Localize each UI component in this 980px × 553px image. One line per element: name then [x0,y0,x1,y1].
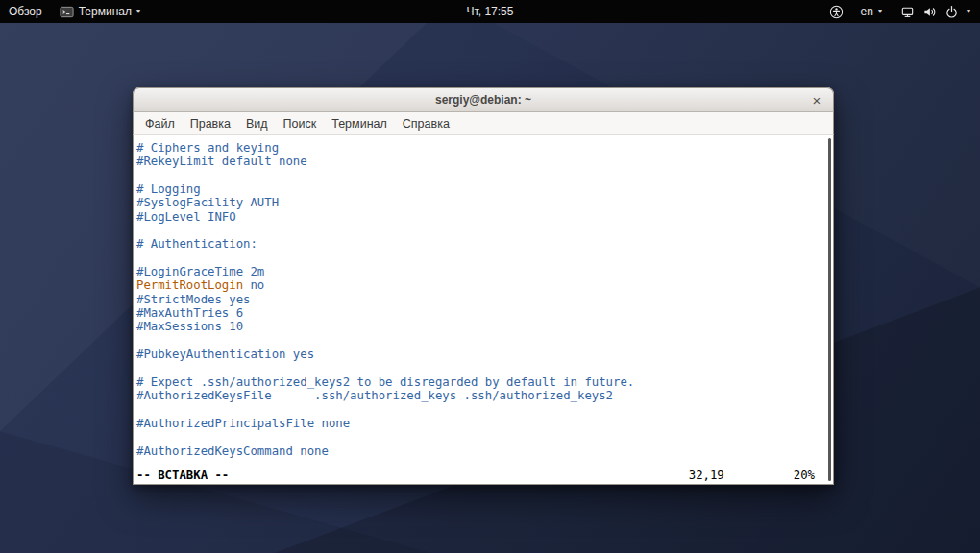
terminal-text-segment: #LogLevel INFO [136,210,236,224]
terminal-line: PermitRootLogin no [136,278,833,292]
window-title: sergiy@debian: ~ [435,93,531,107]
vim-statusline: -- ВСТАВКА -- 32,19 20% [136,469,830,482]
terminal-line: #SyslogFacility AUTH [136,196,833,209]
terminal-line [136,403,833,417]
terminal-line: #AuthorizedKeysFile .ssh/authorized_keys… [136,389,833,402]
terminal-icon [60,5,74,19]
terminal-text-segment: # Expect .ssh/authorized_keys2 to be dis… [136,375,634,389]
volume-icon [922,5,937,19]
vim-scroll-percent: 20% [794,469,815,482]
terminal-text-segment: #MaxAuthTries 6 [136,306,243,320]
terminal-line [136,169,833,182]
window-titlebar[interactable]: sergiy@debian: ~ × [133,87,834,112]
menu-file[interactable]: Файл [137,112,183,134]
terminal-line: #StrictModes yes [136,293,833,306]
terminal-line: #LogLevel INFO [136,210,833,224]
terminal-line: # Expect .ssh/authorized_keys2 to be dis… [136,375,833,389]
terminal-text-segment: #AuthorizedKeysCommand none [136,445,329,458]
keyboard-layout-button[interactable]: en ▾ [852,0,891,23]
terminal-text-segment: #SyslogFacility AUTH [136,196,279,209]
app-menu-label: Терминал [79,5,132,18]
terminal-menubar: Файл Правка Вид Поиск Терминал Справка [133,112,834,135]
accessibility-menu-button[interactable] [821,0,852,23]
terminal-text-segment: #PubkeyAuthentication yes [136,348,314,361]
terminal-line: # Authentication: [136,237,833,251]
menu-search-label: Поиск [283,117,317,131]
menu-edit[interactable]: Правка [183,112,238,134]
terminal-line [136,334,833,348]
menu-terminal-label: Терминал [331,117,387,131]
terminal-content[interactable]: # Ciphers and keying#RekeyLimit default … [133,135,834,485]
menu-search[interactable]: Поиск [276,112,325,134]
network-icon [900,5,915,19]
terminal-window: sergiy@debian: ~ × Файл Правка Вид Поиск… [133,87,834,485]
activities-button[interactable]: Обзор [0,0,51,23]
terminal-text-segment: # Authentication: [136,237,257,251]
chevron-down-icon: ▾ [878,8,882,15]
terminal-line [136,224,833,237]
terminal-line: #RekeyLimit default none [136,155,833,168]
terminal-line: #MaxAuthTries 6 [136,306,833,320]
terminal-line [136,252,833,265]
app-menu-terminal[interactable]: Терминал ▾ [51,0,149,23]
menu-view-label: Вид [246,117,268,131]
menu-edit-label: Правка [190,117,231,131]
terminal-lines: # Ciphers and keying#RekeyLimit default … [136,141,833,458]
terminal-line: #AuthorizedKeysCommand none [136,445,833,458]
clock-label: Чт, 17:55 [467,5,514,18]
terminal-text-segment: #LoginGraceTime 2m [136,265,264,278]
terminal-line [136,362,833,375]
menu-help-label: Справка [403,117,450,131]
clock-button[interactable]: Чт, 17:55 [457,0,524,23]
terminal-text-segment: #StrictModes yes [136,293,250,306]
menu-view[interactable]: Вид [238,112,276,134]
terminal-line: #MaxSessions 10 [136,320,833,333]
terminal-text-segment: PermitRootLogin [136,278,243,292]
close-button[interactable]: × [806,88,827,111]
system-menu-button[interactable]: ▾ [891,0,980,23]
terminal-text-segment: #MaxSessions 10 [136,320,243,333]
power-icon [944,5,959,19]
terminal-line: #LoginGraceTime 2m [136,265,833,278]
menu-file-label: Файл [145,117,175,131]
terminal-line: #PubkeyAuthentication yes [136,348,833,361]
accessibility-icon [829,5,844,19]
topbar-status-area: en ▾ ▾ [821,0,980,23]
terminal-text-segment: #RekeyLimit default none [136,155,307,168]
terminal-text-segment: no [243,278,264,292]
menu-terminal[interactable]: Терминал [324,112,395,134]
gnome-top-bar: Обзор Терминал ▾ Чт, 17:55 en ▾ [0,0,980,23]
keyboard-layout-label: en [861,5,873,18]
terminal-line [136,430,833,444]
terminal-line: # Ciphers and keying [136,141,833,155]
vim-mode-indicator: -- ВСТАВКА -- [136,469,229,482]
terminal-text-segment: #AuthorizedKeysFile .ssh/authorized_keys… [136,389,613,402]
close-icon: × [813,92,821,108]
chevron-down-icon: ▾ [967,8,970,15]
menu-help[interactable]: Справка [395,112,457,134]
terminal-text-segment: #AuthorizedPrincipalsFile none [136,417,350,430]
activities-label: Обзор [9,5,42,18]
terminal-text-segment: # Logging [136,182,201,196]
chevron-down-icon: ▾ [136,8,140,15]
terminal-line: # Logging [136,182,833,196]
terminal-scrollbar[interactable] [828,138,831,481]
terminal-line: #AuthorizedPrincipalsFile none [136,417,833,430]
terminal-text-segment: # Ciphers and keying [136,141,279,155]
vim-ruler: 32,19 [689,469,724,482]
